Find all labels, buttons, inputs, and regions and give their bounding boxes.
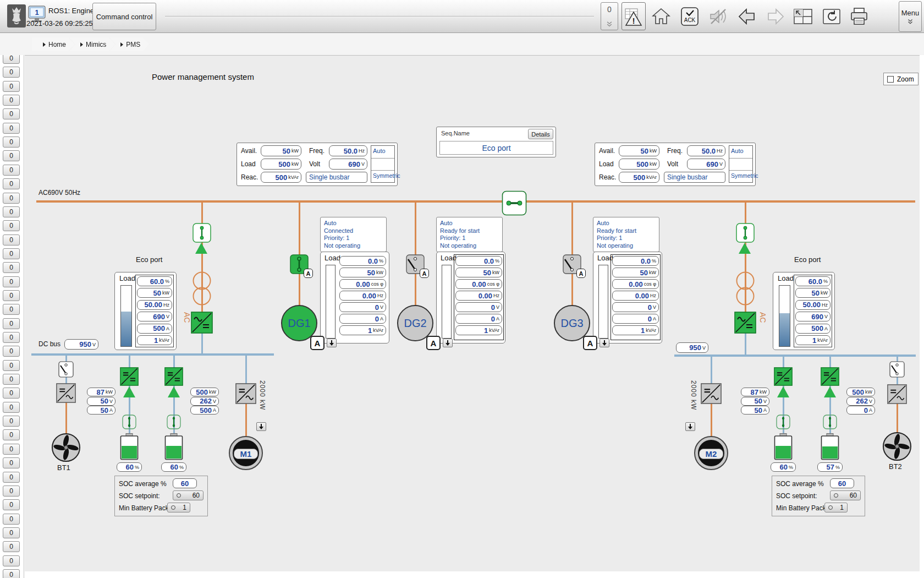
generator-detail-button-dg3[interactable] bbox=[600, 339, 609, 347]
sidebar-page-button[interactable]: 0 bbox=[3, 108, 20, 119]
eco-port-left-breaker[interactable] bbox=[193, 223, 211, 245]
thruster-bt2[interactable] bbox=[882, 432, 912, 464]
mode-empty[interactable] bbox=[371, 159, 394, 171]
sidebar-page-button[interactable]: 0 bbox=[3, 235, 20, 246]
unit: kVAr bbox=[646, 175, 657, 180]
battery-r1-switch[interactable] bbox=[776, 415, 790, 432]
breadcrumb-item-pms[interactable]: PMS bbox=[109, 37, 149, 51]
sidebar-page-button[interactable]: 0 bbox=[3, 444, 20, 455]
soc-panel-left-spinner[interactable]: 1 bbox=[167, 503, 190, 512]
sidebar-page-button[interactable]: 0 bbox=[3, 569, 20, 578]
generator-auto-badge-dg1[interactable]: A bbox=[310, 336, 324, 350]
alarm-count-spinner[interactable]: 0 bbox=[601, 2, 618, 30]
split-screen-icon[interactable] bbox=[792, 6, 814, 28]
sidebar-page-button[interactable]: 0 bbox=[3, 318, 20, 329]
alarm-list-button[interactable]: ! bbox=[622, 2, 646, 30]
generator-auto-badge-dg3[interactable]: A bbox=[583, 336, 597, 350]
soc-panel-right-spinner[interactable]: 60 bbox=[830, 490, 861, 500]
forward-arrow-icon[interactable] bbox=[765, 6, 787, 28]
bus-tie-breaker[interactable] bbox=[502, 190, 527, 218]
details-button[interactable]: Details bbox=[528, 129, 553, 139]
generator-detail-button-dg1[interactable] bbox=[327, 339, 337, 347]
sidebar-page-button[interactable]: 0 bbox=[3, 95, 20, 106]
sidebar-page-button[interactable]: 0 bbox=[3, 514, 20, 525]
sidebar-page-button[interactable]: 0 bbox=[3, 472, 20, 483]
sidebar-page-button[interactable]: 0 bbox=[3, 499, 20, 510]
motor-m1[interactable]: M1 bbox=[229, 436, 263, 470]
battery-l1-dcdc-converter bbox=[120, 367, 139, 388]
soc-panel-right-spinner[interactable]: 1 bbox=[824, 503, 848, 512]
sidebar-page-button[interactable]: 0 bbox=[3, 248, 20, 259]
thruster-bt1[interactable] bbox=[51, 433, 81, 465]
sidebar-page-button[interactable]: 0 bbox=[3, 555, 20, 566]
sidebar-page-button[interactable]: 0 bbox=[3, 220, 20, 231]
sidebar-page-button[interactable]: 0 bbox=[3, 262, 20, 273]
home-icon[interactable] bbox=[650, 6, 672, 28]
command-control-button[interactable]: Command control bbox=[92, 3, 156, 30]
sidebar-page-button[interactable]: 0 bbox=[3, 416, 20, 427]
battery-l2-switch[interactable] bbox=[167, 415, 181, 432]
sidebar-page-button[interactable]: 0 bbox=[3, 290, 20, 301]
breaker-auto-badge-dg1[interactable]: A bbox=[304, 269, 313, 278]
sidebar-page-button[interactable]: 0 bbox=[3, 67, 20, 78]
sidebar-page-button[interactable]: 0 bbox=[3, 123, 20, 134]
m2-detail-button[interactable] bbox=[685, 422, 695, 431]
sidebar-page-button[interactable]: 0 bbox=[3, 374, 20, 385]
bt2-breaker[interactable] bbox=[889, 361, 905, 380]
zoom-toggle[interactable]: Zoom bbox=[883, 73, 919, 85]
menu-button[interactable]: Menu bbox=[899, 1, 922, 32]
breaker-auto-badge-dg3[interactable]: A bbox=[576, 269, 586, 278]
battery-l1-switch[interactable] bbox=[122, 415, 136, 432]
mode-auto[interactable]: Auto bbox=[729, 146, 752, 159]
mode-symmetric[interactable]: Symmetric bbox=[729, 171, 752, 179]
unit: V bbox=[702, 345, 706, 351]
sidebar-page-button[interactable]: 0 bbox=[3, 81, 20, 92]
busbar-mode[interactable]: Single busbar bbox=[306, 172, 367, 183]
breadcrumb-item-mimics[interactable]: Mimics bbox=[69, 37, 115, 51]
sidebar-page-button[interactable]: 0 bbox=[3, 304, 20, 315]
unit: % bbox=[789, 465, 793, 470]
sidebar-page-button[interactable]: 0 bbox=[3, 276, 20, 287]
sidebar-page-button[interactable]: 0 bbox=[3, 150, 20, 161]
mute-horn-icon[interactable] bbox=[707, 6, 729, 28]
ack-icon[interactable]: ACK bbox=[679, 6, 701, 28]
unit: kW bbox=[650, 148, 657, 154]
sidebar-page-button[interactable]: 0 bbox=[3, 457, 20, 468]
m1-detail-button[interactable] bbox=[256, 422, 266, 431]
battery-r2-switch[interactable] bbox=[823, 415, 837, 432]
breaker-auto-badge-dg2[interactable]: A bbox=[420, 269, 429, 278]
breadcrumb-item-home[interactable]: Home bbox=[32, 37, 75, 51]
generator-detail-button-dg2[interactable] bbox=[443, 339, 453, 347]
busbar-mode[interactable]: Single busbar bbox=[664, 172, 725, 183]
sidebar-page-button[interactable]: 0 bbox=[3, 137, 20, 148]
sidebar-page-button[interactable]: 0 bbox=[3, 193, 20, 204]
refresh-icon[interactable] bbox=[821, 6, 843, 28]
sidebar-page-button[interactable]: 0 bbox=[3, 402, 20, 413]
freq-value: 50.0Hz bbox=[329, 145, 367, 156]
unit: A bbox=[824, 326, 828, 331]
sidebar-page-button[interactable]: 0 bbox=[3, 206, 20, 217]
motor-m2[interactable]: M2 bbox=[694, 436, 728, 470]
soc-panel-left-spinner[interactable]: 60 bbox=[173, 490, 204, 500]
print-icon[interactable] bbox=[848, 6, 870, 28]
sidebar-page-button[interactable]: 0 bbox=[3, 541, 20, 552]
sidebar-page-button[interactable]: 0 bbox=[3, 332, 20, 343]
sidebar-page-button[interactable]: 0 bbox=[3, 165, 20, 176]
sidebar-page-button[interactable]: 0 bbox=[3, 527, 20, 538]
sidebar-page-button[interactable]: 0 bbox=[3, 388, 20, 399]
unit: kW bbox=[821, 290, 828, 296]
zoom-checkbox[interactable] bbox=[887, 76, 894, 83]
eco-port-right-breaker[interactable] bbox=[736, 223, 755, 245]
back-arrow-icon[interactable] bbox=[736, 6, 758, 28]
generator-value: 0.00cos φ bbox=[455, 279, 502, 289]
sidebar-page-button[interactable]: 0 bbox=[3, 429, 20, 440]
sidebar-page-button[interactable]: 0 bbox=[3, 360, 20, 371]
sidebar-page-button[interactable]: 0 bbox=[3, 178, 20, 189]
mode-symmetric[interactable]: Symmetric bbox=[371, 171, 394, 179]
bt1-breaker[interactable] bbox=[58, 361, 74, 380]
mode-auto[interactable]: Auto bbox=[371, 146, 394, 159]
sidebar-page-button[interactable]: 0 bbox=[3, 346, 20, 357]
generator-auto-badge-dg2[interactable]: A bbox=[426, 336, 441, 350]
mode-empty[interactable] bbox=[729, 159, 752, 171]
sidebar-page-button[interactable]: 0 bbox=[3, 486, 20, 497]
